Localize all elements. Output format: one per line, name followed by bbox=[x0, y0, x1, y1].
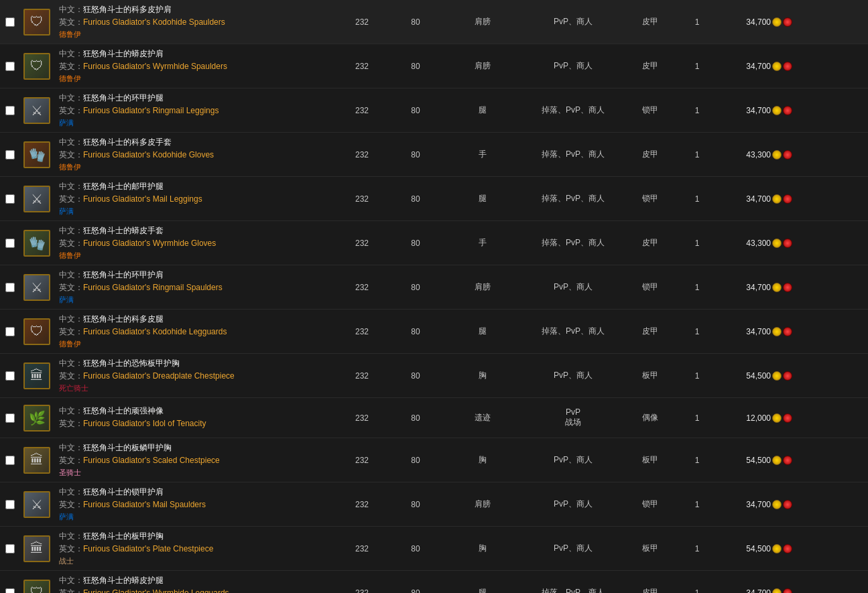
item-link[interactable]: Furious Gladiator's Kodohide Gloves bbox=[83, 150, 214, 159]
item-icon: ⚔ bbox=[23, 186, 50, 212]
select-checkbox[interactable] bbox=[5, 327, 15, 336]
item-en-name: 英文：Furious Gladiator's Dreadplate Chestp… bbox=[59, 371, 330, 382]
required-level-cell: 80 bbox=[389, 456, 442, 465]
item-en-name: 英文：Furious Gladiator's Kodohide Gloves bbox=[59, 149, 330, 161]
item-icon-cell: 🛡 bbox=[20, 53, 54, 80]
item-link[interactable]: Furious Gladiator's Wyrmhide Legguards bbox=[83, 588, 229, 593]
item-link[interactable]: Furious Gladiator's Kodohide Legguards bbox=[83, 327, 227, 336]
item-en-name: 英文：Furious Gladiator's Kodohide Spaulder… bbox=[59, 17, 330, 28]
item-source-cell: PvP、商人 bbox=[523, 281, 623, 293]
item-slot-cell: 胸 bbox=[442, 543, 523, 554]
row-checkbox bbox=[0, 17, 20, 27]
honor-icon bbox=[783, 17, 792, 27]
item-cn-name: 中文：狂怒角斗士的锁甲护肩 bbox=[59, 486, 330, 498]
item-icon-cell: ⚔ bbox=[20, 491, 54, 518]
item-slot-cell: 肩膀 bbox=[442, 499, 523, 510]
gold-icon bbox=[772, 150, 782, 159]
item-type-cell: 皮甲 bbox=[623, 587, 677, 593]
item-en-name: 英文：Furious Gladiator's Plate Chestpiece bbox=[59, 543, 330, 555]
item-source-cell: 掉落、PvP、商人 bbox=[523, 587, 623, 593]
item-class-source: 德鲁伊 bbox=[59, 251, 330, 261]
item-link[interactable]: Furious Gladiator's Wyrmhide Gloves bbox=[83, 239, 216, 248]
table-row: 🛡 中文：狂怒角斗士的蟒皮护腿 英文：Furious Gladiator's W… bbox=[0, 571, 868, 593]
item-price-cell: 43,300 bbox=[717, 150, 798, 159]
item-link[interactable]: Furious Gladiator's Ringmail Spaulders bbox=[83, 283, 223, 292]
required-level-cell: 80 bbox=[389, 239, 442, 248]
honor-icon bbox=[783, 194, 792, 204]
select-checkbox[interactable] bbox=[5, 544, 15, 553]
item-icon-cell: 🛡 bbox=[20, 9, 54, 36]
item-icon: 🌿 bbox=[23, 405, 50, 432]
item-price-cell: 34,700 bbox=[717, 283, 798, 292]
select-checkbox[interactable] bbox=[5, 17, 15, 27]
honor-icon bbox=[783, 239, 792, 248]
table-row: ⚔ 中文：狂怒角斗士的锁甲护肩 英文：Furious Gladiator's M… bbox=[0, 482, 868, 527]
item-type-cell: 皮甲 bbox=[623, 60, 677, 72]
select-checkbox[interactable] bbox=[5, 500, 15, 509]
select-checkbox[interactable] bbox=[5, 239, 15, 248]
item-link[interactable]: Furious Gladiator's Ringmail Leggings bbox=[83, 106, 219, 115]
item-type-cell: 板甲 bbox=[623, 543, 677, 554]
item-slot-cell: 手 bbox=[442, 237, 523, 249]
item-name-cell: 中文：狂怒角斗士的邮甲护腿 英文：Furious Gladiator's Mai… bbox=[54, 180, 335, 218]
item-type-cell: 皮甲 bbox=[623, 16, 677, 27]
select-checkbox[interactable] bbox=[5, 413, 15, 423]
required-level-cell: 80 bbox=[389, 327, 442, 336]
item-icon-cell: 🏛 bbox=[20, 363, 54, 389]
price-value: 43,300 bbox=[746, 239, 771, 248]
item-icon: 🏛 bbox=[23, 535, 50, 562]
item-link[interactable]: Furious Gladiator's Mail Spaulders bbox=[83, 500, 206, 509]
select-checkbox[interactable] bbox=[5, 150, 15, 159]
item-icon-cell: 🧤 bbox=[20, 230, 54, 257]
price-value: 34,700 bbox=[746, 62, 771, 71]
table-row: 🧤 中文：狂怒角斗士的蟒皮手套 英文：Furious Gladiator's W… bbox=[0, 221, 868, 265]
en-label: 英文： bbox=[59, 17, 83, 27]
required-level-cell: 80 bbox=[389, 106, 442, 115]
item-cn-name: 中文：狂怒角斗士的科多皮手套 bbox=[59, 137, 330, 148]
item-type-cell: 皮甲 bbox=[623, 326, 677, 337]
honor-icon bbox=[783, 327, 792, 336]
select-checkbox[interactable] bbox=[5, 588, 15, 594]
item-link[interactable]: Furious Gladiator's Wyrmhide Spaulders bbox=[83, 62, 227, 71]
item-link[interactable]: Furious Gladiator's Mail Leggings bbox=[83, 194, 202, 204]
item-type-cell: 锁甲 bbox=[623, 281, 677, 293]
gold-icon bbox=[772, 327, 782, 336]
row-checkbox bbox=[0, 500, 20, 509]
item-name-cell: 中文：狂怒角斗士的顽强神像 英文：Furious Gladiator's Ido… bbox=[54, 404, 335, 432]
gold-icon bbox=[772, 588, 782, 594]
item-price-cell: 34,700 bbox=[717, 194, 798, 204]
honor-icon bbox=[783, 371, 792, 381]
item-count-cell: 1 bbox=[677, 150, 717, 159]
required-level-cell: 80 bbox=[389, 62, 442, 71]
cn-label: 中文： bbox=[59, 270, 83, 279]
item-name-cell: 中文：狂怒角斗士的板甲护胸 英文：Furious Gladiator's Pla… bbox=[54, 529, 335, 568]
select-checkbox[interactable] bbox=[5, 456, 15, 465]
select-checkbox[interactable] bbox=[5, 62, 15, 71]
cn-label: 中文： bbox=[59, 576, 83, 585]
item-link[interactable]: Furious Gladiator's Kodohide Spaulders bbox=[83, 17, 225, 27]
select-checkbox[interactable] bbox=[5, 106, 15, 115]
row-checkbox bbox=[0, 106, 20, 115]
select-checkbox[interactable] bbox=[5, 194, 15, 204]
item-type-cell: 锁甲 bbox=[623, 499, 677, 510]
item-level-cell: 232 bbox=[335, 327, 389, 336]
item-source-cell: 掉落、PvP、商人 bbox=[523, 105, 623, 116]
item-icon: ⚔ bbox=[23, 274, 50, 301]
item-link[interactable]: Furious Gladiator's Dreadplate Chestpiec… bbox=[83, 371, 235, 381]
en-label: 英文： bbox=[59, 419, 83, 428]
item-class-source: 德鲁伊 bbox=[59, 29, 330, 40]
item-count-cell: 1 bbox=[677, 106, 717, 115]
item-link[interactable]: Furious Gladiator's Idol of Tenacity bbox=[83, 419, 206, 428]
item-link[interactable]: Furious Gladiator's Scaled Chestpiece bbox=[83, 456, 220, 465]
select-checkbox[interactable] bbox=[5, 371, 15, 381]
item-cn-name: 中文：狂怒角斗士的顽强神像 bbox=[59, 405, 330, 417]
item-icon: 🏛 bbox=[23, 447, 50, 474]
gold-icon bbox=[772, 500, 782, 509]
gold-icon bbox=[772, 371, 782, 381]
item-icon: ⚔ bbox=[23, 97, 50, 124]
item-en-name: 英文：Furious Gladiator's Ringmail Spaulder… bbox=[59, 282, 330, 293]
item-link[interactable]: Furious Gladiator's Plate Chestpiece bbox=[83, 544, 213, 553]
item-slot-cell: 腿 bbox=[442, 587, 523, 593]
select-checkbox[interactable] bbox=[5, 283, 15, 292]
price-value: 34,700 bbox=[746, 17, 771, 27]
